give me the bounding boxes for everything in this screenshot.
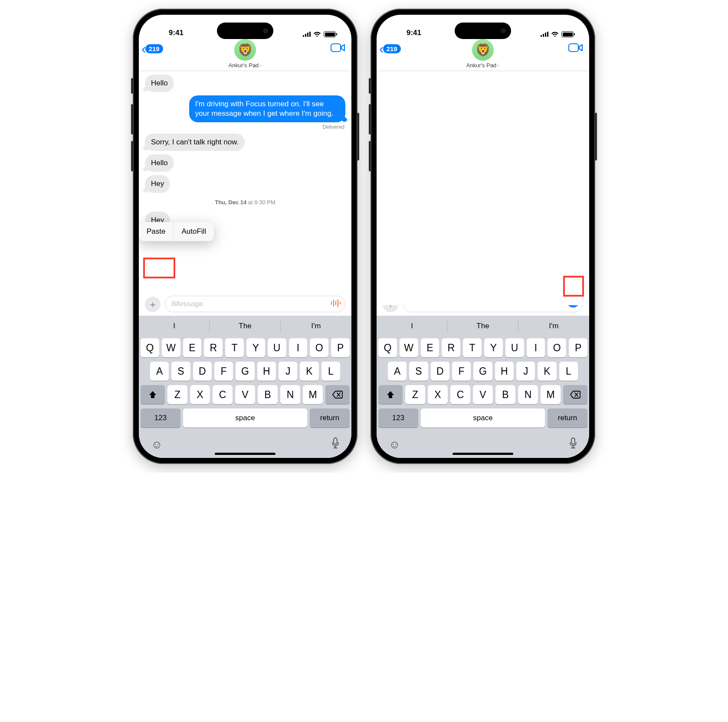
audio-waveform-icon[interactable]: [330, 299, 341, 309]
suggestion[interactable]: The: [447, 316, 518, 336]
key-j[interactable]: J: [516, 362, 535, 381]
key-m[interactable]: M: [541, 385, 561, 404]
contact-title[interactable]: Ankur's Pad ›: [466, 62, 500, 69]
key-w[interactable]: W: [400, 338, 418, 357]
backspace-key[interactable]: [325, 385, 350, 404]
key-k[interactable]: K: [538, 362, 556, 381]
message-input[interactable]: iMessage: [165, 296, 345, 312]
key-c[interactable]: C: [450, 385, 470, 404]
key-t[interactable]: T: [463, 338, 482, 357]
key-v[interactable]: V: [235, 385, 255, 404]
key-z[interactable]: Z: [167, 385, 187, 404]
contact-avatar[interactable]: 🦁: [234, 39, 256, 61]
key-q[interactable]: Q: [378, 338, 397, 357]
key-p[interactable]: P: [569, 338, 587, 357]
key-w[interactable]: W: [162, 338, 180, 357]
key-s[interactable]: S: [409, 362, 428, 381]
key-g[interactable]: G: [473, 362, 492, 381]
svg-rect-8: [571, 438, 575, 444]
backspace-key[interactable]: [563, 385, 587, 404]
attach-plus-button[interactable]: ＋: [145, 297, 161, 312]
key-o[interactable]: O: [310, 338, 328, 357]
back-button[interactable]: ‹ 219: [379, 42, 401, 56]
key-u[interactable]: U: [505, 338, 524, 357]
key-b[interactable]: B: [258, 385, 278, 404]
shift-key[interactable]: [141, 385, 165, 404]
message-in[interactable]: Sorry, I can't talk right now.: [145, 134, 245, 151]
message-out[interactable]: I'm driving with Focus turned on. I'll s…: [189, 95, 345, 122]
key-l[interactable]: L: [321, 362, 340, 381]
back-button[interactable]: ‹ 219: [141, 42, 163, 56]
contact-title[interactable]: Ankur's Pad ›: [229, 62, 262, 69]
timestamp: Thu, Dec 14 at 8:30 PM: [215, 199, 275, 206]
key-v[interactable]: V: [473, 385, 493, 404]
numbers-key[interactable]: 123: [378, 408, 418, 428]
key-b[interactable]: B: [495, 385, 515, 404]
key-e[interactable]: E: [421, 338, 439, 357]
key-g[interactable]: G: [236, 362, 254, 381]
message-in[interactable]: Hey: [145, 175, 170, 193]
suggestion[interactable]: The: [210, 316, 280, 336]
status-time: 9:41: [154, 29, 198, 37]
key-a[interactable]: A: [388, 362, 407, 381]
key-m[interactable]: M: [303, 385, 323, 404]
key-x[interactable]: X: [428, 385, 448, 404]
return-key[interactable]: return: [310, 408, 350, 428]
facetime-button[interactable]: [568, 42, 583, 55]
shift-key[interactable]: [378, 385, 403, 404]
key-q[interactable]: Q: [141, 338, 159, 357]
key-s[interactable]: S: [171, 362, 190, 381]
emoji-key[interactable]: ☺: [389, 438, 400, 451]
contact-name: Ankur's Pad: [466, 62, 497, 69]
suggestion[interactable]: I'm: [518, 316, 589, 336]
key-e[interactable]: E: [183, 338, 202, 357]
suggestion[interactable]: I: [377, 316, 447, 336]
home-indicator[interactable]: [453, 453, 513, 455]
key-z[interactable]: Z: [405, 385, 425, 404]
emoji-key[interactable]: ☺: [151, 438, 163, 451]
key-n[interactable]: N: [280, 385, 300, 404]
suggestion[interactable]: I: [139, 316, 210, 336]
dictation-key[interactable]: [331, 438, 339, 452]
menu-autofill[interactable]: AutoFill: [174, 222, 214, 241]
key-i[interactable]: I: [527, 338, 545, 357]
key-y[interactable]: Y: [484, 338, 503, 357]
compose-row: ＋ iMessage: [139, 293, 351, 316]
suggestion[interactable]: I'm: [281, 316, 351, 336]
facetime-button[interactable]: [331, 42, 345, 55]
key-a[interactable]: A: [150, 362, 169, 381]
message-in[interactable]: Hello: [145, 154, 174, 172]
numbers-key[interactable]: 123: [141, 408, 180, 428]
key-f[interactable]: F: [214, 362, 233, 381]
menu-paste[interactable]: Paste: [139, 222, 173, 241]
status-time: 9:41: [392, 29, 436, 37]
dictation-key[interactable]: [569, 438, 577, 452]
key-j[interactable]: J: [279, 362, 297, 381]
contact-avatar[interactable]: 🦁: [472, 39, 494, 61]
space-key[interactable]: space: [421, 408, 545, 428]
message-in[interactable]: Hello: [145, 75, 174, 92]
iphone-frame-right: 9:41 ‹ 219 🦁 Ankur's Pad ›: [371, 9, 595, 464]
key-y[interactable]: Y: [246, 338, 265, 357]
key-d[interactable]: D: [431, 362, 449, 381]
key-d[interactable]: D: [193, 362, 212, 381]
return-key[interactable]: return: [548, 408, 587, 428]
key-x[interactable]: X: [190, 385, 210, 404]
home-indicator[interactable]: [215, 453, 275, 455]
key-h[interactable]: H: [257, 362, 276, 381]
key-f[interactable]: F: [452, 362, 471, 381]
key-i[interactable]: I: [289, 338, 308, 357]
key-u[interactable]: U: [268, 338, 286, 357]
key-p[interactable]: P: [331, 338, 350, 357]
key-l[interactable]: L: [559, 362, 578, 381]
key-h[interactable]: H: [495, 362, 514, 381]
key-o[interactable]: O: [548, 338, 566, 357]
key-k[interactable]: K: [300, 362, 318, 381]
key-n[interactable]: N: [518, 385, 538, 404]
key-c[interactable]: C: [213, 385, 233, 404]
space-key[interactable]: space: [183, 408, 307, 428]
key-r[interactable]: R: [442, 338, 460, 357]
key-t[interactable]: T: [225, 338, 244, 357]
key-r[interactable]: R: [204, 338, 223, 357]
screen-right: 9:41 ‹ 219 🦁 Ankur's Pad ›: [377, 15, 589, 458]
